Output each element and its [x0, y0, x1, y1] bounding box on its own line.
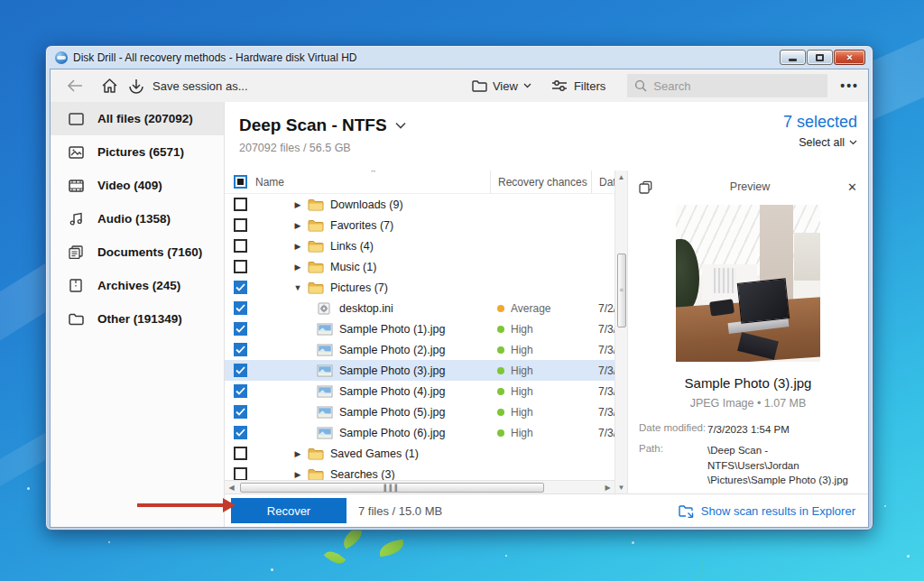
row-checkbox[interactable]	[234, 467, 247, 480]
sort-ascending-icon[interactable]: ⌃	[369, 171, 377, 180]
chevron-down-icon	[395, 122, 406, 129]
close-button[interactable]: ✕	[834, 50, 865, 65]
show-in-explorer-label: Show scan results in Explorer	[701, 504, 855, 518]
file-name: Downloads (9)	[330, 198, 403, 211]
file-name: Saved Games (1)	[330, 447, 419, 460]
expand-arrow-icon[interactable]: ▶	[291, 200, 304, 209]
allfiles-icon	[68, 113, 84, 125]
scan-method-selector[interactable]: Deep Scan - NTFS	[239, 115, 868, 135]
table-row[interactable]: ▶Searches (3)	[225, 464, 614, 480]
scroll-down-arrow[interactable]: ▼	[618, 481, 625, 493]
table-row[interactable]: Sample Photo (1).jpgHigh7/3/	[225, 318, 614, 339]
recovery-chance-label: High	[511, 323, 533, 336]
filters-label: Filters	[574, 79, 605, 93]
row-checkbox[interactable]	[234, 426, 247, 439]
sidebar-item-pictures[interactable]: Pictures (6571)	[51, 135, 224, 169]
column-header-date[interactable]: Date	[591, 171, 614, 193]
row-checkbox[interactable]	[234, 322, 247, 336]
recovery-chance-dot	[497, 429, 504, 437]
table-row[interactable]: Sample Photo (2).jpgHigh7/3/	[225, 339, 614, 360]
sidebar-item-audio[interactable]: Audio (1358)	[51, 202, 224, 235]
popout-preview-icon[interactable]	[639, 180, 652, 194]
row-checkbox[interactable]	[234, 343, 247, 356]
select-all-button[interactable]: Select all	[799, 136, 857, 149]
table-row[interactable]: ▶Links (4)	[225, 235, 614, 256]
row-checkbox[interactable]	[234, 447, 247, 460]
recover-button[interactable]: Recover	[231, 498, 346, 523]
wallpaper-leaf	[324, 547, 346, 567]
column-header-recovery[interactable]: Recovery chances	[490, 171, 591, 193]
home-button[interactable]	[96, 73, 123, 98]
row-checkbox[interactable]	[234, 260, 247, 273]
table-row[interactable]: Sample Photo (6).jpgHigh7/3/	[225, 422, 614, 443]
vertical-scroll-thumb[interactable]: ≡	[617, 254, 626, 327]
table-row[interactable]: desktop.iniAverage7/2/	[225, 298, 614, 318]
more-options-button[interactable]: •••	[840, 78, 859, 93]
expand-arrow-icon[interactable]: ▶	[291, 470, 304, 479]
sidebar-item-label: Audio (1358)	[97, 212, 171, 226]
row-checkbox[interactable]	[234, 364, 247, 377]
image-file-icon	[317, 364, 333, 377]
row-checkbox[interactable]	[234, 384, 247, 398]
expand-arrow-icon[interactable]: ▶	[291, 449, 304, 458]
save-session-button[interactable]: Save session as...	[126, 73, 248, 98]
file-name: Searches (3)	[330, 468, 395, 481]
folder-file-icon	[308, 240, 324, 253]
file-name: Sample Photo (1).jpg	[339, 323, 445, 336]
back-button[interactable]	[61, 73, 88, 98]
expand-arrow-icon[interactable]: ▶	[291, 263, 304, 272]
title-bar[interactable]: Disk Drill - All recovery methods - Hard…	[50, 46, 869, 69]
expand-arrow-icon[interactable]: ▶	[291, 221, 304, 230]
select-all-checkbox[interactable]	[234, 175, 247, 189]
file-name: Pictures (7)	[330, 281, 388, 294]
minimize-button[interactable]	[780, 50, 806, 65]
show-in-explorer-link[interactable]: Show scan results in Explorer	[679, 504, 855, 518]
row-checkbox[interactable]	[234, 405, 247, 419]
table-row[interactable]: Sample Photo (5).jpgHigh7/3/	[225, 401, 614, 422]
row-checkbox[interactable]	[234, 218, 247, 232]
search-icon	[634, 79, 647, 92]
table-row[interactable]: ▶Saved Games (1)	[225, 443, 614, 464]
scan-subtitle: 207092 files / 56.5 GB	[239, 142, 868, 154]
table-row[interactable]: ▶Downloads (9)	[225, 194, 614, 215]
toolbar: Save session as... View Filters	[51, 69, 868, 102]
disk-drill-app-icon	[55, 51, 68, 64]
preview-panel: Preview ✕ Sample Photo (3).jpg JPEG Imag…	[627, 171, 868, 493]
sidebar-item-other[interactable]: Other (191349)	[51, 302, 224, 336]
collapse-arrow-icon[interactable]: ▼	[291, 283, 304, 292]
file-date: 7/3/	[591, 344, 614, 356]
sidebar-item-label: Pictures (6571)	[97, 145, 184, 159]
table-row[interactable]: ▶Favorites (7)	[225, 215, 614, 235]
view-button[interactable]: View	[472, 79, 531, 93]
table-row[interactable]: Sample Photo (3).jpgHigh7/3/	[225, 360, 614, 381]
expand-arrow-icon[interactable]: ▶	[291, 242, 304, 251]
folder-file-icon	[308, 219, 324, 232]
recovery-chance-label: High	[511, 344, 533, 356]
row-checkbox[interactable]	[234, 239, 247, 253]
search-input[interactable]	[653, 79, 820, 93]
close-preview-icon[interactable]: ✕	[847, 180, 857, 194]
folder-file-icon	[308, 447, 324, 460]
document-icon	[68, 245, 84, 259]
filters-button[interactable]: Filters	[551, 79, 605, 93]
table-row[interactable]: ▼Pictures (7)	[225, 277, 614, 298]
sidebar-item-documents[interactable]: Documents (7160)	[51, 235, 224, 269]
table-header[interactable]: ⌃ Name Recovery chances Date	[225, 171, 614, 194]
scroll-left-arrow[interactable]: ◀	[225, 484, 238, 492]
horizontal-scroll-thumb[interactable]: ▌▌▌	[240, 483, 544, 493]
scroll-right-arrow[interactable]: ▶	[601, 484, 614, 492]
sidebar-item-all-files[interactable]: All files (207092)	[51, 102, 224, 135]
table-row[interactable]: Sample Photo (4).jpgHigh7/3/	[225, 381, 614, 401]
maximize-button[interactable]	[807, 50, 833, 65]
sidebar-item-archives[interactable]: Archives (245)	[51, 269, 224, 302]
horizontal-scrollbar[interactable]: ◀ ▌▌▌ ▶	[225, 480, 614, 493]
sidebar-item-label: Archives (245)	[97, 279, 180, 292]
row-checkbox[interactable]	[234, 281, 247, 294]
scroll-up-arrow[interactable]: ▲	[618, 171, 625, 183]
row-checkbox[interactable]	[234, 198, 247, 211]
search-box[interactable]	[627, 74, 827, 97]
sidebar-item-video[interactable]: Video (409)	[51, 169, 224, 202]
table-row[interactable]: ▶Music (1)	[225, 256, 614, 277]
vertical-scrollbar[interactable]: ▲ ≡ ▼	[614, 171, 627, 493]
row-checkbox[interactable]	[234, 301, 247, 315]
